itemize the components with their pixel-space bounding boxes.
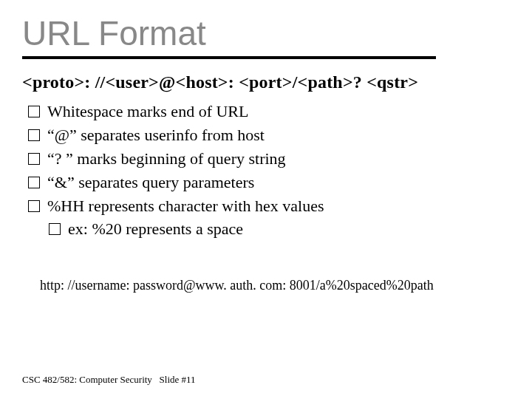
list-item: “@” separates userinfo from host [47, 123, 510, 147]
list-item: “? ” marks beginning of query string [47, 147, 510, 171]
slide: URL Format <proto>: //<user>@<host>: <po… [0, 0, 532, 399]
list-item: “&” separates query parameters [47, 171, 510, 194]
sub-bullet-list: ex: %20 represents a space [22, 217, 510, 241]
page-title: URL Format [22, 13, 510, 53]
title-rule [22, 56, 436, 59]
list-item: %HH represents character with hex values [47, 194, 510, 218]
example-url: http: //username: password@www. auth. co… [22, 278, 510, 293]
list-item: Whitespace marks end of URL [47, 100, 510, 123]
slide-footer: CSC 482/582: Computer Security Slide #11 [22, 374, 196, 386]
bullet-list: Whitespace marks end of URL “@” separate… [22, 100, 510, 217]
url-format-line: <proto>: //<user>@<host>: <port>/<path>?… [22, 72, 510, 92]
list-item: ex: %20 represents a space [68, 217, 510, 241]
